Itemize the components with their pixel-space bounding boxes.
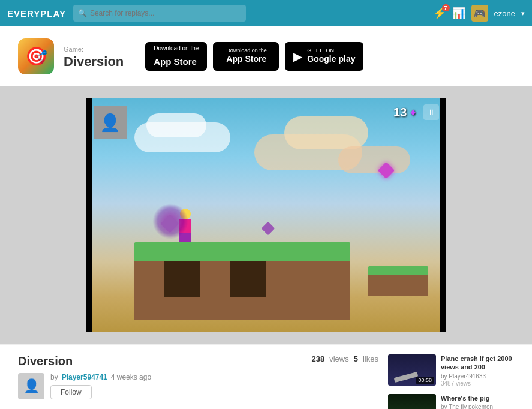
cloud-5 [338, 146, 410, 173]
diamond-icon: ♦ [410, 106, 416, 119]
app-store-line1: Download on the [154, 46, 199, 52]
google-play-icon: ▶ [293, 49, 302, 64]
author-name[interactable]: Player594741 [62, 373, 107, 381]
posted-time: 4 weeks ago [111, 373, 151, 381]
right-platform [368, 266, 428, 296]
likes-label: likes [363, 354, 378, 363]
follow-button[interactable]: Follow [50, 385, 92, 399]
pause-button[interactable]: ⏸ [423, 104, 439, 120]
google-play-top-text: GET IT ON [307, 48, 355, 53]
hud-overlay: 13 ♦ [393, 106, 416, 119]
game-label: Game: [64, 46, 83, 53]
google-play-button[interactable]: ▶ GET IT ON Google play [285, 42, 363, 71]
side-video-card-2[interactable]: 00:13 Where's the pig by The fly pokemon… [388, 394, 514, 409]
notification-badge[interactable]: ⚡ 7 [433, 7, 446, 20]
app-store-top-text: Download on the [226, 48, 267, 53]
video-player[interactable]: 13 ♦ ⏸ 👤 [86, 98, 446, 332]
duration-badge-1: 00:58 [416, 377, 434, 384]
video-avatar: 👤 [94, 106, 127, 139]
left-bar [86, 98, 92, 332]
notification-count: 7 [442, 4, 450, 11]
game-icon: 🎯 [18, 38, 54, 74]
hud-count: 13 [393, 106, 407, 119]
search-icon: 🔍 [78, 9, 87, 17]
user-block: 👤 by Player594741 4 weeks ago Follow [18, 373, 249, 399]
gem-1 [263, 224, 273, 233]
cloud-4 [284, 116, 368, 149]
likes-count: 5 [354, 354, 358, 363]
side-views-1: 3487 views [441, 380, 514, 387]
side-author-name-1: Player491633 [449, 373, 486, 380]
store-buttons: Download on the App Store Download on th… [145, 42, 363, 71]
info-title: Diversion [18, 354, 249, 368]
search-input[interactable] [73, 5, 246, 22]
activity-icon[interactable]: 📊 [452, 7, 465, 20]
views-label: views [329, 354, 349, 363]
side-title-2: Where's the pig [441, 394, 493, 402]
meta-row: by Player594741 4 weeks ago [50, 373, 151, 381]
side-info-1: Plane crash if get 2000 views and 200 by… [441, 354, 514, 387]
logo: EVERYPLAY [7, 8, 66, 19]
main-content: 13 ♦ ⏸ 👤 [0, 86, 532, 344]
google-play-main-text: Google play [307, 53, 355, 64]
header: EVERYPLAY 🔍 ⚡ 7 📊 🎮 ezone ▾ [0, 0, 532, 26]
side-info-2: Where's the pig by The fly pokemon 969 v… [441, 394, 493, 409]
chevron-down-icon[interactable]: ▾ [521, 10, 525, 17]
search-wrapper: 🔍 [73, 5, 246, 22]
side-author-2: by The fly pokemon [441, 404, 493, 409]
app-store-line2: App Store [154, 56, 197, 67]
app-store-button-visual[interactable]: Download on the App Store [213, 42, 279, 71]
side-author-name-2: The fly pokemon [449, 404, 493, 409]
by-label: by [50, 373, 58, 381]
right-bar [440, 98, 446, 332]
stats-row: 238 views 5 likes [312, 354, 378, 363]
ground-platform [134, 242, 350, 320]
sidebar-videos: 00:58 Plane crash if get 2000 views and … [388, 354, 514, 409]
user-avatar-info: 👤 [18, 373, 44, 399]
side-video-card-1[interactable]: 00:58 Plane crash if get 2000 views and … [388, 354, 514, 387]
user-avatar[interactable]: 🎮 [471, 5, 488, 22]
side-thumb-1: 00:58 [388, 354, 436, 386]
views-count: 238 [312, 354, 325, 363]
game-bar: 🎯 Game: Diversion Download on the App St… [0, 26, 532, 86]
game-title: Diversion [64, 54, 124, 70]
info-left: Diversion 👤 by Player594741 4 weeks ago … [18, 354, 249, 409]
app-store-button[interactable]: Download on the App Store [145, 42, 207, 71]
cloud-2 [146, 113, 206, 137]
user-name: ezone [494, 9, 515, 18]
side-author-1: by Player491633 [441, 373, 514, 380]
info-section: Diversion 👤 by Player594741 4 weeks ago … [0, 344, 532, 409]
side-thumb-2: 00:13 [388, 394, 436, 409]
header-right: ⚡ 7 📊 🎮 ezone ▾ [433, 5, 525, 22]
app-store-main-text: App Store [226, 53, 267, 64]
side-title-1: Plane crash if get 2000 views and 200 [441, 354, 514, 372]
user-details: by Player594741 4 weeks ago Follow [50, 373, 151, 399]
info-center: 238 views 5 likes ⚑ ♥ Like ↗ Share ▾ [259, 354, 378, 409]
game-info: Game: Diversion [64, 43, 124, 70]
